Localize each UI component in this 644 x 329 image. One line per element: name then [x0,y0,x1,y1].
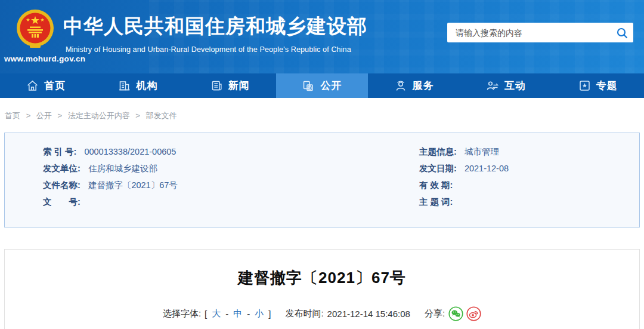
search-input[interactable] [447,23,611,42]
metadata-right-column: 主题信息: 城市管理 发文日期: 2021-12-08 有 效 期: 主 题 词… [419,146,639,227]
meta-label: 发文单位: [43,164,80,173]
meta-row-document-number: 文 号: [43,196,419,213]
breadcrumb-separator: > [135,111,140,120]
nav-label: 互动 [504,79,526,93]
breadcrumb-separator: > [26,111,31,120]
meta-value: 建督撤字〔2021〕67号 [88,180,178,190]
home-icon [26,79,39,92]
font-size-selector: 选择字体: [ 大 - 中 - 小 ] [163,308,271,319]
breadcrumb: 首页 > 公开 > 法定主动公开内容 > 部发文件 [0,98,644,133]
national-emblem-icon [16,7,55,53]
person-service-icon [394,79,407,93]
nav-label: 公开 [320,79,342,93]
meta-row-keywords: 主 题 词: [419,196,639,213]
nav-item-disclosure[interactable]: 公开 [276,73,368,98]
search-icon [616,27,628,39]
site-title-chinese: 中华人民共和国住房和城乡建设部 [63,13,367,40]
font-size-large-button[interactable]: 大 [212,308,221,319]
site-header: www.mohurd.gov.cn 中华人民共和国住房和城乡建设部 Minist… [0,0,644,73]
meta-value: 城市管理 [465,147,499,156]
person-arrows-icon [486,79,499,93]
breadcrumb-disclosure[interactable]: 公开 [36,111,52,120]
metadata-left-column: 索 引 号: 000013338/2021-00605 发文单位: 住房和城乡建… [5,146,419,227]
site-title-english: Ministry of Housing and Urban-Rural Deve… [66,45,351,54]
font-selector-dash: - [247,309,250,319]
meta-row-topic-info: 主题信息: 城市管理 [419,146,639,163]
nav-item-news[interactable]: 新闻 [184,73,276,98]
font-selector-close-bracket: ] [268,309,271,319]
building-icon [118,79,131,92]
meta-label: 主题信息: [419,147,457,156]
main-navigation: 首页 机构 新闻 公开 服务 [0,73,644,98]
publish-time-label: 发布时间: [285,308,323,319]
breadcrumb-ministry-documents[interactable]: 部发文件 [146,111,177,120]
nav-label: 服务 [413,79,434,93]
meta-label: 有 效 期: [419,180,453,190]
nav-item-services[interactable]: 服务 [368,73,460,98]
meta-label: 文 号: [43,197,80,207]
nav-label: 首页 [44,79,66,93]
wechat-share-icon[interactable] [448,306,463,321]
share-label: 分享: [425,308,445,319]
nav-item-home[interactable]: 首页 [0,73,92,98]
disclosure-docs-lock-icon [302,79,315,93]
document-toolbar: 选择字体: [ 大 - 中 - 小 ] 发布时间: 2021-12-14 15:… [5,306,639,321]
meta-row-issue-date: 发文日期: 2021-12-08 [419,163,639,180]
font-size-small-button[interactable]: 小 [255,308,264,319]
breadcrumb-home[interactable]: 首页 [5,111,20,120]
weibo-share-icon[interactable] [466,306,481,321]
nav-label: 专题 [596,79,618,93]
search-box [447,23,633,42]
document-metadata-box: 索 引 号: 000013338/2021-00605 发文单位: 住房和城乡建… [4,133,640,227]
font-size-medium-button[interactable]: 中 [233,308,242,319]
publish-time-value: 2021-12-14 15:46:08 [327,309,410,319]
meta-label: 文件名称: [43,180,80,190]
breadcrumb-separator: > [57,111,62,120]
nav-label: 机构 [136,79,157,93]
meta-row-issuing-unit: 发文单位: 住房和城乡建设部 [43,163,419,180]
breadcrumb-statutory-content[interactable]: 法定主动公开内容 [68,111,130,120]
meta-label: 发文日期: [419,164,457,173]
font-selector-label: 选择字体: [163,308,201,319]
share-icons [448,306,481,321]
meta-value: 000013338/2021-00605 [84,147,176,156]
nav-item-organization[interactable]: 机构 [92,73,184,98]
meta-label: 主 题 词: [419,197,453,207]
font-selector-dash: - [225,309,228,319]
search-button[interactable] [611,23,633,42]
site-url: www.mohurd.gov.cn [4,54,85,63]
font-selector-open-bracket: [ [205,309,207,319]
meta-label: 索 引 号: [43,147,76,156]
nav-label: 新闻 [228,79,250,93]
meta-row-index-number: 索 引 号: 000013338/2021-00605 [43,146,419,163]
nav-item-topics[interactable]: 专题 [552,73,644,98]
nav-item-interaction[interactable]: 互动 [460,73,552,98]
meta-value: 住房和城乡建设部 [88,164,157,173]
publish-time-block: 发布时间: 2021-12-14 15:46:08 [285,308,410,319]
document-card: 建督撤字〔2021〕67号 选择字体: [ 大 - 中 - 小 ] 发布时间: … [4,249,640,329]
document-title: 建督撤字〔2021〕67号 [5,267,639,288]
star-box-icon [578,79,591,92]
share-block: 分享: [425,306,481,321]
meta-value: 2021-12-08 [465,164,509,173]
meta-row-file-name: 文件名称: 建督撤字〔2021〕67号 [43,180,419,196]
newspaper-icon [210,79,223,92]
meta-row-validity: 有 效 期: [419,180,639,196]
